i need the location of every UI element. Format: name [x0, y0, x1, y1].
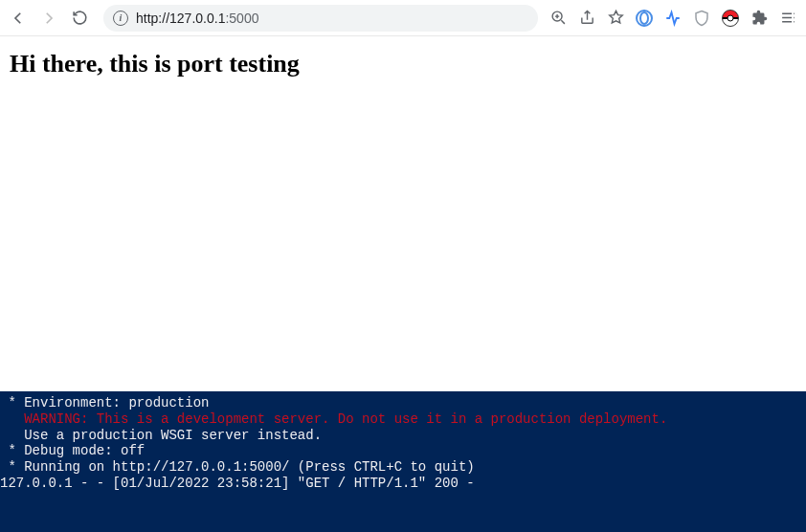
terminal-line: * Debug mode: off: [0, 443, 806, 459]
menu-icon[interactable]: [779, 10, 796, 27]
reload-button[interactable]: [67, 6, 92, 31]
bookmark-star-icon[interactable]: [607, 10, 624, 27]
browser-toolbar: i http://127.0.0.1:5000: [0, 0, 806, 36]
share-icon[interactable]: [578, 10, 595, 27]
terminal-line: * Environment: production: [0, 395, 806, 411]
page-heading: Hi there, this is port testing: [10, 50, 796, 78]
page-content: Hi there, this is port testing: [0, 36, 806, 92]
address-bar[interactable]: i http://127.0.0.1:5000: [103, 5, 538, 32]
extension-shield-icon[interactable]: [693, 10, 710, 27]
back-button[interactable]: [6, 6, 31, 31]
extension-opera-icon[interactable]: [636, 10, 653, 27]
terminal-line: Use a production WSGI server instead.: [0, 428, 806, 444]
site-info-icon[interactable]: i: [113, 11, 128, 26]
extensions-puzzle-icon[interactable]: [750, 10, 768, 27]
terminal-line: WARNING: This is a development server. D…: [0, 411, 806, 428]
extension-pokeball-icon[interactable]: [722, 10, 739, 27]
toolbar-actions: [549, 10, 800, 27]
url-text: http://127.0.0.1:5000: [136, 11, 258, 26]
terminal-panel[interactable]: * Environment: production WARNING: This …: [0, 391, 806, 532]
terminal-line: * Running on http://127.0.0.1:5000/ (Pre…: [0, 459, 806, 476]
zoom-icon[interactable]: [549, 10, 567, 27]
terminal-line: 127.0.0.1 - - [01/Jul/2022 23:58:21] "GE…: [0, 476, 806, 492]
extension-pulse-icon[interactable]: [664, 10, 682, 27]
forward-button[interactable]: [36, 6, 61, 31]
